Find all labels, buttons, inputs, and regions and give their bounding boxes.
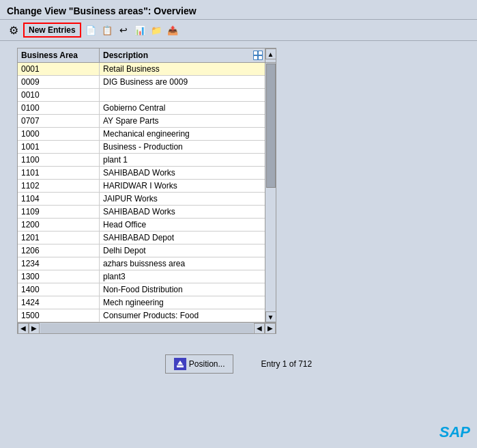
position-button[interactable]: Position...	[165, 354, 234, 374]
business-areas-table: Business Area Description ▲	[17, 48, 276, 334]
cell-business-area: 0010	[18, 89, 100, 101]
cell-business-area: 1100	[18, 154, 100, 166]
cell-business-area: 1234	[18, 257, 100, 270]
cell-business-area: 1201	[18, 232, 100, 244]
cell-description: Mechanical engineering	[100, 128, 265, 140]
svg-rect-2	[259, 51, 262, 55]
cell-business-area: 1400	[18, 283, 100, 296]
table-row[interactable]: 0100Gobierno Central	[18, 102, 265, 115]
table-row[interactable]: 0001Retail Business	[18, 63, 265, 76]
position-icon	[174, 358, 186, 370]
cell-business-area: 1109	[18, 206, 100, 218]
cell-business-area: 1104	[18, 193, 100, 205]
table-row[interactable]: 1101SAHIBABAD Works	[18, 167, 265, 180]
cell-description: Business - Production	[100, 141, 265, 153]
save-icon[interactable]: 📄	[84, 23, 98, 37]
cell-business-area: 1001	[18, 141, 100, 153]
cell-description: Mech ngineering	[100, 296, 265, 309]
vertical-scrollbar[interactable]: ▼	[265, 63, 276, 322]
scroll-left-arrow-2[interactable]: ◀	[254, 323, 265, 334]
sap-logo: SAP	[439, 423, 470, 441]
main-content: Business Area Description ▲	[0, 41, 477, 341]
table-row[interactable]: 1201SAHIBABAD Depot	[18, 232, 265, 244]
new-entries-label: New Entries	[29, 25, 76, 35]
cell-description	[100, 89, 265, 101]
cell-description: Retail Business	[100, 63, 265, 75]
cell-business-area: 0100	[18, 102, 100, 114]
svg-rect-4	[259, 56, 262, 59]
col-header-business-area: Business Area	[18, 48, 100, 62]
title-bar: Change View "Business areas": Overview	[0, 0, 477, 20]
copy-icon[interactable]: 📋	[100, 23, 114, 37]
table-row[interactable]: 1102HARIDWAR I Works	[18, 180, 265, 193]
table-row[interactable]: 0009DIG Business are 0009	[18, 76, 265, 89]
cell-business-area: 1102	[18, 180, 100, 192]
bottom-section: Position... Entry 1 of 712	[0, 341, 477, 387]
table-row[interactable]: 0010	[18, 89, 265, 102]
cell-business-area: 1424	[18, 296, 100, 309]
table-row[interactable]: 1500Consumer Products: Food	[18, 309, 265, 322]
back-icon[interactable]: 📁	[149, 23, 163, 37]
main-window: Change View "Business areas": Overview ⚙…	[0, 0, 477, 448]
cell-description: SAHIBABAD Works	[100, 167, 265, 179]
forward-icon[interactable]: 📊	[133, 23, 147, 37]
table-row[interactable]: 1104JAIPUR Works	[18, 193, 265, 206]
table-row[interactable]: 1400Non-Food Distribution	[18, 283, 265, 296]
table-header: Business Area Description ▲	[18, 48, 276, 63]
table-row[interactable]: 1100plant 1	[18, 154, 265, 167]
table-row[interactable]: 0707AY Spare Parts	[18, 115, 265, 128]
cell-description: SAHIBABAD Works	[100, 206, 265, 218]
table-row[interactable]: 1206Delhi Depot	[18, 244, 265, 257]
cell-business-area: 1500	[18, 309, 100, 322]
cell-description: JAIPUR Works	[100, 193, 265, 205]
cell-description: HARIDWAR I Works	[100, 180, 265, 192]
table-row[interactable]: 1234azhars buissness area	[18, 257, 265, 270]
cell-business-area: 1206	[18, 244, 100, 257]
cell-business-area: 1000	[18, 128, 100, 140]
table-row[interactable]: 1300plant3	[18, 270, 265, 283]
cell-description: azhars buissness area	[100, 257, 265, 270]
cell-business-area: 1101	[18, 167, 100, 179]
table-footer: ◀ ▶ ◀ ▶	[18, 322, 276, 333]
entry-info: Entry 1 of 712	[261, 359, 312, 369]
cell-description: Non-Food Distribution	[100, 283, 265, 296]
scroll-up-arrow[interactable]: ▲	[265, 48, 276, 59]
table-row[interactable]: 1000Mechanical engineering	[18, 128, 265, 141]
export-icon[interactable]: 📤	[166, 23, 179, 37]
table-row[interactable]: 1424Mech ngineering	[18, 296, 265, 309]
cell-description: AY Spare Parts	[100, 115, 265, 127]
table-row[interactable]: 1200Head Office	[18, 219, 265, 232]
cell-description: Consumer Products: Food	[100, 309, 265, 322]
table-body: 0001Retail Business0009DIG Business are …	[18, 63, 276, 322]
toolbar: ⚙ New Entries 📄 📋 ↩ 📊 📁 📤	[0, 20, 477, 41]
scroll-left-arrow[interactable]: ◀	[18, 323, 29, 334]
undo-icon[interactable]: ↩	[117, 23, 130, 37]
scroll-down-arrow[interactable]: ▼	[265, 311, 276, 322]
window-title: Change View "Business areas": Overview	[7, 5, 197, 16]
position-button-label: Position...	[189, 359, 225, 369]
scroll-right-arrow[interactable]: ▶	[29, 323, 40, 334]
horizontal-scroll-track[interactable]	[40, 324, 253, 333]
table-row[interactable]: 1109SAHIBABAD Works	[18, 206, 265, 219]
new-entries-button[interactable]: New Entries	[23, 23, 81, 38]
cell-business-area: 1200	[18, 219, 100, 231]
cell-business-area: 1300	[18, 270, 100, 283]
cell-description: DIG Business are 0009	[100, 76, 265, 88]
cell-business-area: 0009	[18, 76, 100, 88]
settings-icon[interactable]: ⚙	[7, 23, 20, 37]
cell-business-area: 0707	[18, 115, 100, 127]
column-settings-icon[interactable]	[251, 48, 265, 62]
cell-description: Delhi Depot	[100, 244, 265, 257]
svg-rect-6	[177, 365, 184, 367]
cell-description: plant3	[100, 270, 265, 283]
svg-rect-3	[254, 56, 257, 59]
cell-description: Gobierno Central	[100, 102, 265, 114]
cell-description: SAHIBABAD Depot	[100, 232, 265, 244]
table-row[interactable]: 1001Business - Production	[18, 141, 265, 154]
scroll-right-arrow-2[interactable]: ▶	[265, 323, 276, 334]
svg-rect-1	[254, 51, 257, 55]
cell-business-area: 0001	[18, 63, 100, 75]
table-rows: 0001Retail Business0009DIG Business are …	[18, 63, 265, 322]
cell-description: plant 1	[100, 154, 265, 166]
col-header-description: Description	[100, 48, 251, 62]
